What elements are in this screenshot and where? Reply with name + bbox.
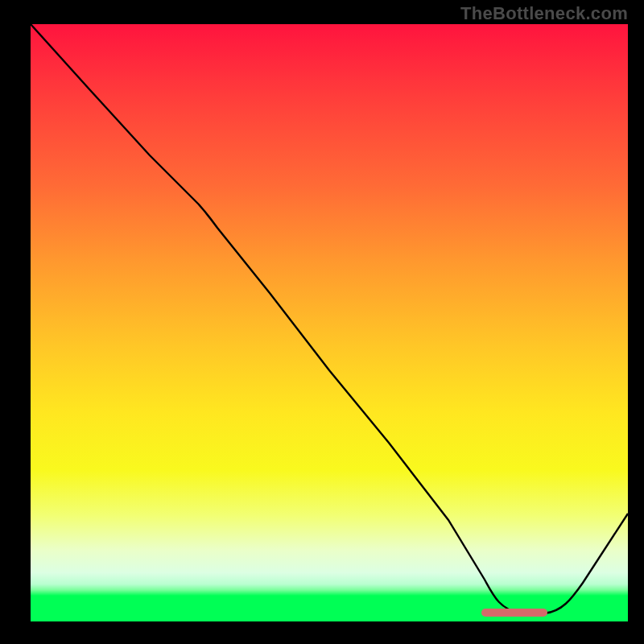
optimum-marker bbox=[481, 609, 547, 617]
chart-frame: TheBottleneck.com bbox=[0, 0, 644, 644]
bottleneck-curve bbox=[31, 24, 628, 621]
curve-path bbox=[31, 24, 628, 613]
watermark-text: TheBottleneck.com bbox=[460, 3, 628, 24]
plot-area bbox=[31, 24, 628, 621]
